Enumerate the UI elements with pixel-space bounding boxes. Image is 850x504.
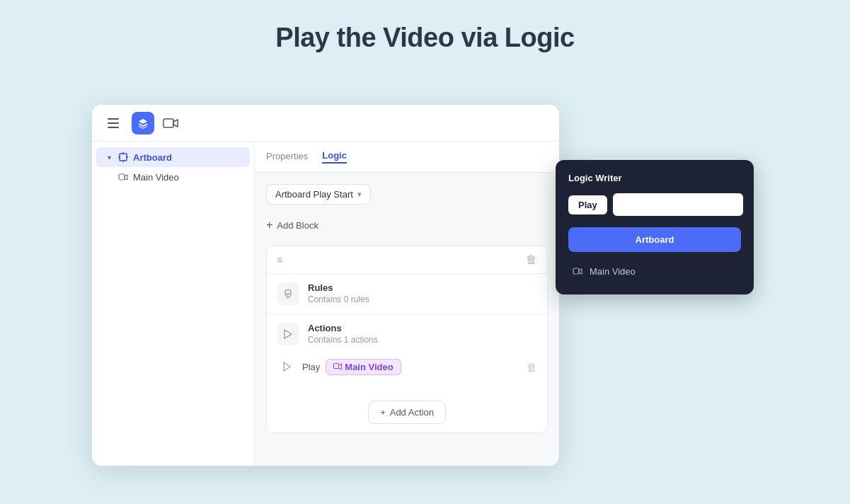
add-block-label: Add Block <box>277 220 318 231</box>
tab-properties[interactable]: Properties <box>266 151 308 163</box>
action-row: Play Main Video 🗑 <box>277 353 537 381</box>
sidebar-item-main-video[interactable]: Main Video <box>92 167 254 187</box>
add-action-container: + Add Action <box>277 391 537 424</box>
action-target-badge[interactable]: Main Video <box>326 359 401 375</box>
sidebar-artboard-label: Artboard <box>133 152 172 163</box>
sidebar: ▾ Artboard <box>92 142 255 466</box>
rules-info: Rules Contains 0 rules <box>308 282 537 304</box>
video-small-icon <box>117 171 129 183</box>
toolbar <box>92 105 559 142</box>
svg-rect-0 <box>163 119 173 127</box>
app-window: ▾ Artboard <box>92 105 559 466</box>
svg-rect-1 <box>120 154 127 161</box>
tab-logic[interactable]: Logic <box>322 150 347 164</box>
rules-icon <box>277 282 299 305</box>
event-selector-row: Artboard Play Start ▾ <box>266 184 548 205</box>
add-action-label: Add Action <box>390 407 434 418</box>
app-body: ▾ Artboard <box>92 142 559 466</box>
rules-subtitle: Contains 0 rules <box>308 294 537 304</box>
expand-arrow-icon: ▾ <box>105 153 113 161</box>
menu-icon[interactable] <box>103 113 123 133</box>
actions-info: Actions Contains 1 actions <box>308 323 537 345</box>
actions-title: Actions <box>308 323 537 333</box>
rules-section: Rules Contains 0 rules <box>267 274 547 314</box>
logic-writer-panel: Logic Writer Play Artboard Main Video <box>556 160 754 294</box>
plus-icon: + <box>266 219 272 231</box>
event-dropdown-label: Artboard Play Start <box>275 189 353 200</box>
page-title: Play the Video via Logic <box>0 0 850 53</box>
actions-section: Actions Contains 1 actions Play <box>267 314 547 433</box>
sidebar-video-label: Main Video <box>133 172 179 183</box>
action-target-label: Main Video <box>345 362 393 372</box>
lw-video-label: Main Video <box>590 266 636 277</box>
event-dropdown[interactable]: Artboard Play Start ▾ <box>266 184 371 205</box>
svg-rect-7 <box>334 364 339 369</box>
dropdown-arrow-icon: ▾ <box>357 190 362 199</box>
svg-rect-8 <box>573 268 579 274</box>
add-action-plus-icon: + <box>380 407 386 418</box>
svg-rect-6 <box>119 174 125 180</box>
logic-block: ≡ 🗑 Rules Contains 0 r <box>266 246 548 433</box>
tabs-bar: Properties Logic <box>255 142 559 173</box>
layers-icon[interactable] <box>132 112 154 134</box>
logic-block-header: ≡ 🗑 <box>267 246 547 274</box>
video-icon[interactable] <box>163 117 178 130</box>
delete-block-button[interactable]: 🗑 <box>526 253 537 266</box>
lw-play-button[interactable]: Play <box>568 195 607 214</box>
lw-video-icon <box>571 265 584 277</box>
main-content: Properties Logic Artboard Play Start ▾ +… <box>255 142 559 466</box>
lw-play-row: Play <box>568 193 741 216</box>
rules-title: Rules <box>308 282 537 293</box>
play-action-icon <box>277 357 297 377</box>
add-block-button[interactable]: + Add Block <box>266 216 548 234</box>
lw-video-item[interactable]: Main Video <box>568 260 741 282</box>
drag-handle-icon[interactable]: ≡ <box>277 254 282 265</box>
add-action-button[interactable]: + Add Action <box>368 401 446 424</box>
lw-artboard-button[interactable]: Artboard <box>568 227 741 252</box>
lw-input-field[interactable] <box>613 193 743 216</box>
content-area: Artboard Play Start ▾ + Add Block ≡ 🗑 <box>255 173 559 466</box>
artboard-icon <box>117 151 129 163</box>
actions-icon <box>277 323 299 345</box>
sidebar-item-artboard[interactable]: ▾ Artboard <box>96 147 250 167</box>
actions-subtitle: Contains 1 actions <box>308 335 537 345</box>
action-play-label: Play <box>302 362 320 372</box>
delete-action-button[interactable]: 🗑 <box>527 361 537 373</box>
logic-writer-title: Logic Writer <box>568 173 741 183</box>
actions-header-row: Actions Contains 1 actions <box>277 323 537 345</box>
